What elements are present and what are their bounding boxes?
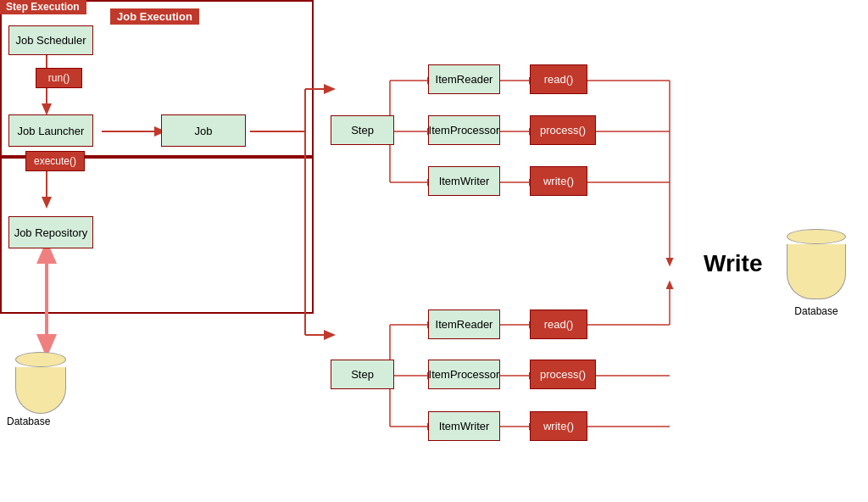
- process-top-box: process(): [530, 115, 596, 145]
- item-writer-bottom-box: ItemWriter: [428, 411, 500, 441]
- process-bottom-box: process(): [530, 360, 596, 389]
- item-writer-top-box: ItemWriter: [428, 166, 500, 196]
- write-bottom-box: write(): [530, 411, 587, 441]
- database-right-cylinder: [787, 229, 846, 299]
- cylinder-body-right: [787, 244, 846, 299]
- job-execution-label: Job Execution: [110, 8, 199, 25]
- read-top-box: read(): [530, 64, 587, 94]
- step-top-box: Step: [331, 115, 394, 145]
- step-execution-bottom-label: Step Execution: [0, 0, 86, 14]
- diagram: Job Execution Job Scheduler run() Job La…: [0, 0, 868, 502]
- run-label: run(): [36, 68, 82, 88]
- step-bottom-box: Step: [331, 360, 394, 389]
- job-box: Job: [161, 114, 246, 147]
- write-top-box: write(): [530, 166, 587, 196]
- job-scheduler-box: Job Scheduler: [8, 25, 93, 55]
- database-bottom-cylinder: [15, 352, 66, 414]
- database-right-label: Database: [787, 305, 846, 317]
- item-reader-top-box: ItemReader: [428, 64, 500, 94]
- job-repository-box: Job Repository: [8, 216, 93, 248]
- database-bottom-label: Database: [7, 416, 50, 427]
- cylinder-top: [15, 352, 66, 367]
- execute-label: execute(): [25, 151, 85, 171]
- write-label: Write: [704, 250, 763, 277]
- job-launcher-box: Job Launcher: [8, 114, 93, 147]
- cylinder-top-right: [787, 229, 846, 244]
- cylinder-body: [15, 367, 66, 414]
- item-processor-top-box: ItemProcessor: [428, 115, 500, 145]
- item-processor-bottom-box: ItemProcessor: [428, 360, 500, 389]
- item-reader-bottom-box: ItemReader: [428, 310, 500, 339]
- read-bottom-box: read(): [530, 310, 587, 339]
